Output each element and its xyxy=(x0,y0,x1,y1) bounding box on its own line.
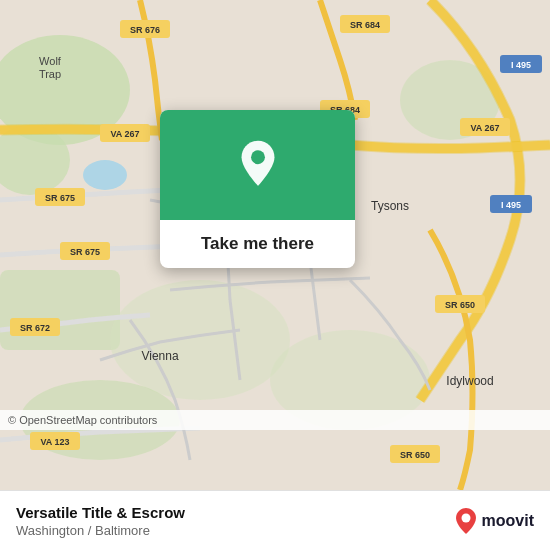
location-pin-icon xyxy=(232,139,284,191)
svg-text:Wolf: Wolf xyxy=(39,55,62,67)
svg-text:I 495: I 495 xyxy=(511,60,531,70)
map-container: SR 676 SR 684 VA 267 SR 684 VA 267 I 495… xyxy=(0,0,550,490)
moovit-pin-icon xyxy=(454,507,478,535)
svg-text:SR 675: SR 675 xyxy=(45,193,75,203)
take-me-there-button[interactable]: Take me there xyxy=(191,220,324,268)
place-info: Versatile Title & Escrow Washington / Ba… xyxy=(16,504,454,538)
moovit-logo: moovit xyxy=(454,507,534,535)
attribution-bar: © OpenStreetMap contributors xyxy=(0,410,550,430)
svg-text:VA 267: VA 267 xyxy=(470,123,499,133)
attribution-text: © OpenStreetMap contributors xyxy=(8,414,157,426)
svg-text:Idylwood: Idylwood xyxy=(446,374,493,388)
svg-text:VA 123: VA 123 xyxy=(40,437,69,447)
svg-text:SR 650: SR 650 xyxy=(445,300,475,310)
svg-point-40 xyxy=(251,150,265,164)
svg-point-8 xyxy=(83,160,127,190)
svg-text:Vienna: Vienna xyxy=(141,349,178,363)
place-name: Versatile Title & Escrow xyxy=(16,504,454,521)
moovit-text: moovit xyxy=(482,512,534,530)
svg-text:SR 675: SR 675 xyxy=(70,247,100,257)
bottom-bar: Versatile Title & Escrow Washington / Ba… xyxy=(0,490,550,550)
svg-text:SR 684: SR 684 xyxy=(350,20,380,30)
svg-text:Tysons: Tysons xyxy=(371,199,409,213)
place-region: Washington / Baltimore xyxy=(16,523,454,538)
svg-text:SR 650: SR 650 xyxy=(400,450,430,460)
svg-point-41 xyxy=(461,513,470,522)
svg-text:Trap: Trap xyxy=(39,68,61,80)
svg-point-4 xyxy=(110,280,290,400)
popup-card[interactable]: Take me there xyxy=(160,110,355,268)
svg-text:SR 676: SR 676 xyxy=(130,25,160,35)
svg-text:SR 672: SR 672 xyxy=(20,323,50,333)
svg-text:VA 267: VA 267 xyxy=(110,129,139,139)
svg-rect-3 xyxy=(0,270,120,350)
popup-green-area xyxy=(160,110,355,220)
svg-text:I 495: I 495 xyxy=(501,200,521,210)
